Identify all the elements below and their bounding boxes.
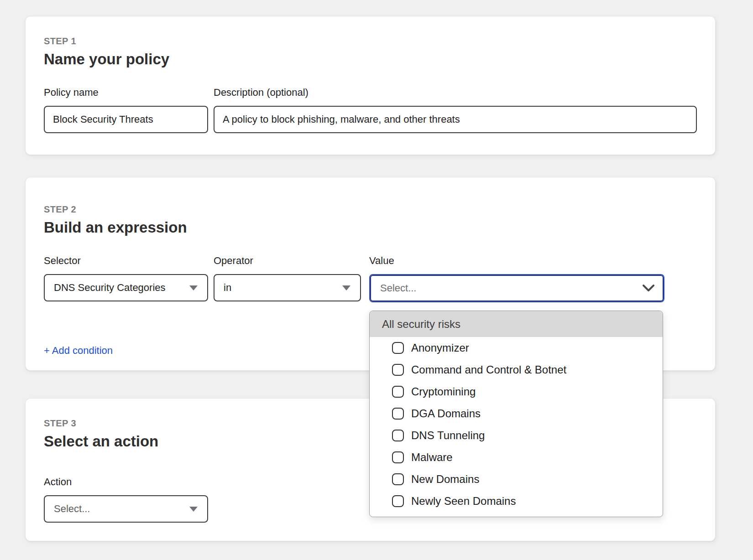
selector-label: Selector	[44, 255, 208, 267]
option-label: Cryptomining	[411, 385, 476, 398]
option-checkbox[interactable]	[392, 408, 404, 420]
option-label: Malware	[411, 451, 453, 464]
dropdown-option[interactable]: Command and Control & Botnet	[370, 359, 663, 381]
option-checkbox[interactable]	[392, 473, 404, 485]
dropdown-option[interactable]: Newly Seen Domains	[370, 490, 663, 512]
add-condition-link[interactable]: + Add condition	[44, 345, 113, 357]
policy-name-label: Policy name	[44, 87, 208, 99]
dropdown-option[interactable]: DGA Domains	[370, 403, 663, 425]
operator-select[interactable]: in	[214, 274, 361, 301]
action-placeholder: Select...	[54, 503, 90, 515]
option-label: Command and Control & Botnet	[411, 363, 566, 376]
dropdown-group-header: All security risks	[370, 311, 663, 337]
value-label: Value	[369, 255, 664, 267]
dropdown-arrow-icon	[189, 285, 198, 291]
policy-name-input[interactable]	[44, 106, 208, 133]
operator-label: Operator	[214, 255, 361, 267]
dropdown-arrow-icon	[342, 285, 351, 291]
value-search-input[interactable]	[379, 282, 643, 295]
step1-title: Name your policy	[44, 50, 697, 68]
option-label: Newly Seen Domains	[411, 495, 516, 508]
step2-title: Build an expression	[44, 218, 697, 237]
action-label: Action	[44, 476, 208, 488]
selector-select[interactable]: DNS Security Categories	[44, 274, 208, 301]
option-checkbox[interactable]	[392, 430, 404, 441]
option-checkbox[interactable]	[392, 364, 404, 376]
option-label: Anonymizer	[411, 342, 469, 354]
dropdown-option[interactable]: DNS Tunneling	[370, 425, 663, 446]
chevron-down-icon	[643, 285, 654, 292]
step1-card: STEP 1 Name your policy Policy name Desc…	[25, 16, 716, 155]
dropdown-options-list: Anonymizer Command and Control & Botnet …	[370, 337, 663, 512]
dropdown-arrow-icon	[189, 506, 198, 512]
option-label: DGA Domains	[411, 407, 481, 420]
value-combobox[interactable]	[369, 274, 664, 302]
option-checkbox[interactable]	[392, 451, 404, 463]
policy-builder-page: STEP 1 Name your policy Policy name Desc…	[25, 0, 716, 541]
step1-label: STEP 1	[44, 36, 697, 47]
step2-label: STEP 2	[44, 204, 697, 215]
option-checkbox[interactable]	[392, 495, 404, 507]
option-checkbox[interactable]	[392, 342, 404, 354]
option-label: DNS Tunneling	[411, 429, 485, 442]
dropdown-option[interactable]: Malware	[370, 446, 663, 468]
dropdown-option[interactable]: Anonymizer	[370, 337, 663, 359]
value-dropdown-panel: All security risks Anonymizer Command an…	[369, 311, 663, 517]
step2-card: STEP 2 Build an expression Selector DNS …	[25, 177, 716, 371]
description-input[interactable]	[214, 106, 697, 133]
dropdown-option[interactable]: New Domains	[370, 468, 663, 490]
dropdown-option[interactable]: Cryptomining	[370, 381, 663, 403]
option-checkbox[interactable]	[392, 386, 404, 398]
action-select[interactable]: Select...	[44, 495, 208, 523]
description-label: Description (optional)	[214, 87, 697, 99]
operator-value: in	[224, 282, 231, 294]
selector-value: DNS Security Categories	[54, 282, 166, 294]
option-label: New Domains	[411, 473, 479, 486]
